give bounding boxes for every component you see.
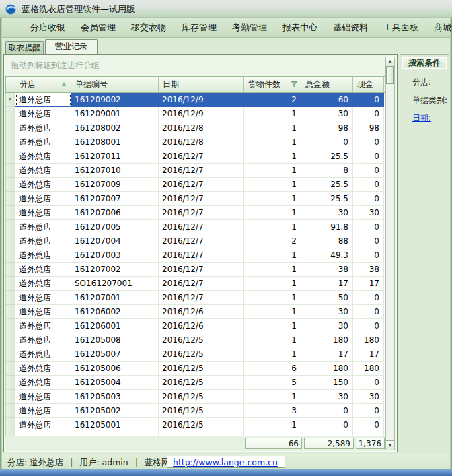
cell-receipt-no[interactable]: 161205003 bbox=[71, 390, 159, 404]
cell-date[interactable]: 2016/12/5 bbox=[159, 376, 244, 390]
cell-date[interactable]: 2016/12/5 bbox=[159, 362, 244, 376]
cell-total-amount[interactable]: 30 bbox=[301, 305, 353, 319]
row-indicator[interactable] bbox=[6, 107, 15, 121]
row-indicator[interactable] bbox=[6, 404, 15, 418]
table-row[interactable]: 道外总店1612050072016/12/511717 bbox=[6, 347, 385, 362]
menu-item-base-data[interactable]: 基础资料 bbox=[333, 22, 368, 34]
cell-item-count[interactable]: 1 bbox=[244, 319, 301, 333]
menu-item-attendance[interactable]: 考勤管理 bbox=[232, 22, 267, 34]
cell-store[interactable]: 道外总店 bbox=[15, 107, 71, 121]
row-indicator[interactable] bbox=[6, 135, 15, 149]
cell-receipt-no[interactable]: 161209001 bbox=[71, 107, 159, 121]
cell-date[interactable]: 2016/12/7 bbox=[159, 277, 244, 291]
cell-receipt-no[interactable]: 161205008 bbox=[71, 333, 159, 347]
cell-item-count[interactable]: 1 bbox=[244, 220, 301, 234]
row-indicator[interactable] bbox=[6, 319, 15, 333]
cell-item-count[interactable]: 1 bbox=[244, 390, 301, 404]
row-indicator[interactable] bbox=[6, 206, 15, 220]
row-indicator[interactable] bbox=[6, 333, 15, 347]
cell-item-count[interactable]: 1 bbox=[244, 418, 301, 432]
cell-receipt-no[interactable]: 161207009 bbox=[71, 178, 159, 192]
menu-item-members[interactable]: 会员管理 bbox=[81, 22, 116, 34]
cell-total-amount[interactable]: 30 bbox=[301, 206, 353, 220]
cell-receipt-no[interactable]: 161207003 bbox=[71, 248, 159, 263]
cell-cash[interactable]: 0 bbox=[353, 178, 384, 192]
row-indicator[interactable] bbox=[6, 234, 15, 248]
cell-receipt-no[interactable]: 161209002 bbox=[71, 93, 159, 107]
row-indicator[interactable] bbox=[6, 376, 15, 390]
cell-receipt-no[interactable]: 161205002 bbox=[71, 404, 159, 418]
tab-pickup-reminder[interactable]: 取衣提醒 bbox=[5, 41, 44, 54]
cell-date[interactable]: 2016/12/7 bbox=[159, 291, 244, 305]
row-indicator[interactable]: › bbox=[6, 93, 15, 107]
cell-item-count[interactable]: 1 bbox=[244, 178, 301, 192]
cell-store[interactable]: 道外总店 bbox=[15, 149, 71, 164]
cell-store[interactable]: 道外总店 bbox=[15, 263, 71, 277]
cell-item-count[interactable]: 1 bbox=[244, 135, 301, 149]
cell-store[interactable]: 道外总店 bbox=[15, 135, 71, 149]
cell-total-amount[interactable]: 0 bbox=[301, 404, 353, 418]
column-header-total-amount[interactable]: 总金额 bbox=[301, 77, 353, 92]
cell-store[interactable]: 道外总店 bbox=[15, 291, 71, 305]
cell-cash[interactable]: 0 bbox=[353, 93, 384, 107]
cell-cash[interactable]: 17 bbox=[353, 347, 384, 362]
cell-store[interactable]: 道外总店 bbox=[15, 206, 71, 220]
cell-item-count[interactable]: 1 bbox=[244, 107, 301, 121]
cell-receipt-no[interactable]: 161207004 bbox=[71, 234, 159, 248]
cell-cash[interactable]: 0 bbox=[353, 234, 384, 248]
cell-total-amount[interactable]: 50 bbox=[301, 291, 353, 305]
table-row[interactable]: 道外总店1612070062016/12/713030 bbox=[6, 206, 385, 220]
cell-total-amount[interactable]: 0 bbox=[301, 418, 353, 432]
cell-item-count[interactable]: 1 bbox=[244, 291, 301, 305]
table-row[interactable]: 道外总店1612050032016/12/513030 bbox=[6, 390, 385, 404]
menu-item-store-cashier[interactable]: 分店收银 bbox=[30, 22, 65, 34]
cell-item-count[interactable]: 2 bbox=[244, 234, 301, 248]
row-indicator[interactable] bbox=[6, 390, 15, 404]
cell-store[interactable]: 道外总店 bbox=[15, 362, 71, 376]
table-row[interactable]: 道外总店1612050062016/12/56180180 bbox=[6, 362, 385, 376]
cell-store[interactable]: 道外总店 bbox=[15, 192, 71, 206]
cell-total-amount[interactable]: 17 bbox=[301, 277, 353, 291]
website-url-link[interactable]: http://www.lange.com.cn bbox=[173, 457, 278, 467]
cell-store[interactable]: 道外总店 bbox=[15, 305, 71, 319]
cell-item-count[interactable]: 1 bbox=[244, 164, 301, 178]
cell-receipt-no[interactable]: SO161207001 bbox=[71, 277, 159, 291]
cell-cash[interactable]: 0 bbox=[353, 305, 384, 319]
table-row[interactable]: 道外总店1612070102016/12/7180 bbox=[6, 164, 385, 178]
cell-cash[interactable]: 0 bbox=[353, 192, 384, 206]
cell-total-amount[interactable]: 98 bbox=[301, 121, 353, 135]
cell-date[interactable]: 2016/12/7 bbox=[159, 263, 244, 277]
cell-cash[interactable]: 0 bbox=[353, 107, 384, 121]
menu-item-tools[interactable]: 工具面板 bbox=[383, 22, 418, 34]
cell-total-amount[interactable]: 180 bbox=[301, 333, 353, 347]
cell-cash[interactable]: 0 bbox=[353, 376, 384, 390]
table-row[interactable]: 道外总店1612090012016/12/91300 bbox=[6, 107, 385, 121]
tab-business-records[interactable]: 营业记录 bbox=[45, 39, 98, 54]
cell-item-count[interactable]: 3 bbox=[244, 404, 301, 418]
cell-cash[interactable]: 0 bbox=[353, 149, 384, 164]
cell-cash[interactable]: 0 bbox=[353, 418, 384, 432]
cell-total-amount[interactable]: 8 bbox=[301, 164, 353, 178]
cell-total-amount[interactable]: 60 bbox=[301, 93, 353, 107]
cell-cash[interactable]: 0 bbox=[353, 319, 384, 333]
row-indicator[interactable] bbox=[6, 149, 15, 164]
cell-store[interactable]: 道外总店 bbox=[15, 277, 71, 291]
row-indicator[interactable] bbox=[6, 220, 15, 234]
cell-date[interactable]: 2016/12/7 bbox=[159, 149, 244, 164]
cell-receipt-no[interactable]: 161207010 bbox=[71, 164, 159, 178]
cell-total-amount[interactable]: 180 bbox=[301, 362, 353, 376]
cell-date[interactable]: 2016/12/7 bbox=[159, 248, 244, 263]
cell-cash[interactable]: 0 bbox=[353, 135, 384, 149]
cell-cash[interactable]: 0 bbox=[353, 291, 384, 305]
cell-receipt-no[interactable]: 161205007 bbox=[71, 347, 159, 362]
cell-total-amount[interactable]: 30 bbox=[301, 107, 353, 121]
table-row[interactable]: 道外总店1612070022016/12/713838 bbox=[6, 263, 385, 277]
cell-cash[interactable]: 0 bbox=[353, 220, 384, 234]
cell-cash[interactable]: 0 bbox=[353, 404, 384, 418]
filter-link-date[interactable]: 日期: bbox=[412, 112, 431, 124]
row-indicator[interactable] bbox=[6, 305, 15, 319]
cell-date[interactable]: 2016/12/9 bbox=[159, 93, 244, 107]
cell-receipt-no[interactable]: 161205001 bbox=[71, 418, 159, 432]
cell-receipt-no[interactable]: 161207005 bbox=[71, 220, 159, 234]
cell-receipt-no[interactable]: 161208002 bbox=[71, 121, 159, 135]
